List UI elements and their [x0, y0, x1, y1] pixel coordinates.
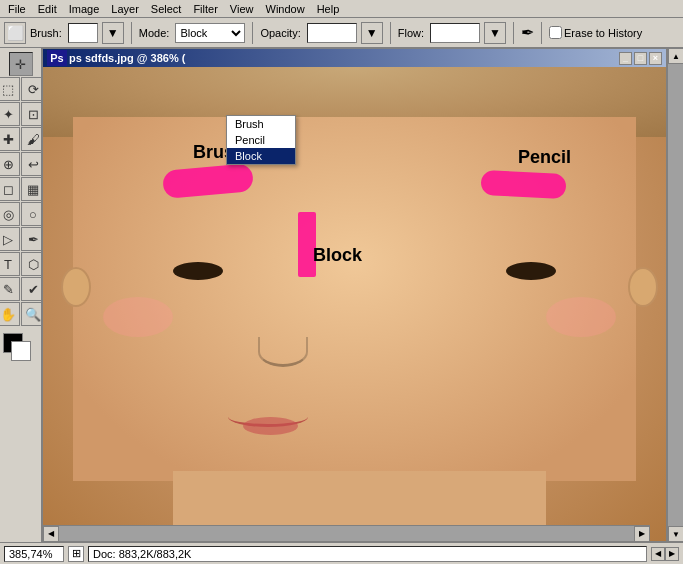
menu-image[interactable]: Image — [63, 2, 106, 16]
hand-tool[interactable]: ✋ — [0, 302, 20, 326]
brush-stroke-right — [480, 170, 566, 199]
path-select-tool[interactable]: ▷ — [0, 227, 20, 251]
scroll-up-btn[interactable]: ▲ — [668, 48, 683, 64]
erase-history-checkbox[interactable] — [549, 26, 562, 39]
separator-4 — [513, 22, 514, 44]
scroll-left-btn[interactable]: ◀ — [43, 526, 59, 542]
tool-pair-7: ◎ ○ — [0, 202, 42, 226]
crop-tool[interactable]: ⊡ — [21, 102, 42, 126]
doc-size-field: Doc: 883,2K/883,2K — [88, 546, 647, 562]
opacity-label: Opacity: — [260, 27, 300, 39]
menu-layer[interactable]: Layer — [105, 2, 145, 16]
eyedropper-tool[interactable]: ✔ — [21, 277, 42, 301]
mode-select[interactable]: Brush Pencil Block — [175, 23, 245, 43]
vertical-scroll-track[interactable] — [668, 64, 683, 526]
dropdown-brush[interactable]: Brush — [227, 116, 295, 132]
zoom-field: 385,74% — [4, 546, 64, 562]
doc-window: Ps ps sdfds.jpg @ 386% ( _ □ × — [42, 48, 667, 542]
doc-titlebar: Ps ps sdfds.jpg @ 386% ( _ □ × — [43, 49, 666, 67]
scroll-right-btn[interactable]: ▶ — [634, 526, 650, 542]
tool-pair-2: ⬚ ⟳ — [0, 77, 42, 101]
status-nav: ◀ ▶ — [651, 547, 679, 561]
tool-pair-11: ✋ 🔍 — [0, 302, 42, 326]
brush-label: Brush: — [30, 27, 62, 39]
mode-select-container: Brush Pencil Block — [175, 23, 245, 43]
background-color[interactable] — [11, 341, 31, 361]
mode-dropdown: Brush Pencil Block — [226, 115, 296, 165]
dodge-tool[interactable]: ○ — [21, 202, 42, 226]
right-ear — [628, 267, 658, 307]
menu-window[interactable]: Window — [260, 2, 311, 16]
menu-filter[interactable]: Filter — [187, 2, 223, 16]
pen-tool[interactable]: ✒ — [21, 227, 42, 251]
lips — [243, 417, 298, 435]
left-cheek — [103, 297, 173, 337]
menu-file[interactable]: File — [2, 2, 32, 16]
tool-pair-1: ✛ — [9, 52, 33, 76]
brush-size-arrow[interactable]: ▼ — [102, 22, 124, 44]
rect-select-tool[interactable]: ⬚ — [0, 77, 20, 101]
brush-tool[interactable]: 🖌 — [21, 127, 42, 151]
eraser-tool-btn[interactable]: ⬜ — [4, 22, 26, 44]
menu-edit[interactable]: Edit — [32, 2, 63, 16]
gradient-tool[interactable]: ▦ — [21, 177, 42, 201]
move-tool[interactable]: ✛ — [9, 52, 33, 76]
history-brush-tool[interactable]: ↩ — [21, 152, 42, 176]
right-scrollbar: ▲ ▼ — [667, 48, 683, 542]
restore-btn[interactable]: □ — [634, 52, 647, 65]
brush-size-input[interactable] — [68, 23, 98, 43]
left-eye — [173, 262, 223, 280]
menu-bar: File Edit Image Layer Select Filter View… — [0, 0, 683, 18]
magic-wand-tool[interactable]: ✦ — [0, 102, 20, 126]
dropdown-pencil[interactable]: Pencil — [227, 132, 295, 148]
status-icon: ⊞ — [68, 546, 84, 562]
horizontal-scroll-track[interactable] — [59, 526, 634, 542]
tool-pair-9: T ⬡ — [0, 252, 42, 276]
lasso-tool[interactable]: ⟳ — [21, 77, 42, 101]
shape-tool[interactable]: ⬡ — [21, 252, 42, 276]
nav-next-btn[interactable]: ▶ — [665, 547, 679, 561]
zoom-tool[interactable]: 🔍 — [21, 302, 42, 326]
bottom-scrollbar: ◀ ▶ — [43, 525, 650, 541]
mode-label: Mode: — [139, 27, 170, 39]
minimize-btn[interactable]: _ — [619, 52, 632, 65]
nav-prev-btn[interactable]: ◀ — [651, 547, 665, 561]
menu-help[interactable]: Help — [311, 2, 346, 16]
tool-pair-8: ▷ ✒ — [0, 227, 42, 251]
face-skin — [73, 117, 636, 481]
menu-select[interactable]: Select — [145, 2, 188, 16]
heal-tool[interactable]: ✚ — [0, 127, 20, 151]
flow-slider[interactable] — [430, 23, 480, 43]
separator-3 — [390, 22, 391, 44]
separator-5 — [541, 22, 542, 44]
nose — [258, 337, 308, 367]
baby-photo-bg: Brush Pencil Block — [43, 67, 666, 541]
pencil-canvas-label: Pencil — [518, 147, 571, 168]
blur-tool[interactable]: ◎ — [0, 202, 20, 226]
doc-size-value: Doc: 883,2K/883,2K — [93, 548, 191, 560]
tool-pair-5: ⊕ ↩ — [0, 152, 42, 176]
flow-arrow[interactable]: ▼ — [484, 22, 506, 44]
erase-history-text: Erase to History — [564, 27, 642, 39]
eraser-tool[interactable]: ◻ — [0, 177, 20, 201]
stamp-tool[interactable]: ⊕ — [0, 152, 20, 176]
right-eye — [506, 262, 556, 280]
scroll-down-btn[interactable]: ▼ — [668, 526, 683, 542]
dropdown-block[interactable]: Block — [227, 148, 295, 164]
notes-tool[interactable]: ✎ — [0, 277, 20, 301]
erase-history-label[interactable]: Erase to History — [549, 26, 642, 39]
tool-pair-3: ✦ ⊡ — [0, 102, 42, 126]
ps-logo: Ps — [47, 50, 67, 66]
doc-title: ps sdfds.jpg @ 386% ( — [69, 52, 185, 64]
block-canvas-label: Block — [313, 245, 362, 266]
flow-label: Flow: — [398, 27, 424, 39]
zoom-value: 385,74% — [9, 548, 52, 560]
main-area: ✛ ⬚ ⟳ ✦ ⊡ ✚ 🖌 ⊕ ↩ ◻ ▦ ◎ ○ ▷ ✒ — [0, 48, 683, 542]
menu-view[interactable]: View — [224, 2, 260, 16]
close-btn[interactable]: × — [649, 52, 662, 65]
separator-2 — [252, 22, 253, 44]
opacity-arrow[interactable]: ▼ — [361, 22, 383, 44]
opacity-slider[interactable] — [307, 23, 357, 43]
status-bar: 385,74% ⊞ Doc: 883,2K/883,2K ◀ ▶ — [0, 542, 683, 564]
text-tool[interactable]: T — [0, 252, 20, 276]
